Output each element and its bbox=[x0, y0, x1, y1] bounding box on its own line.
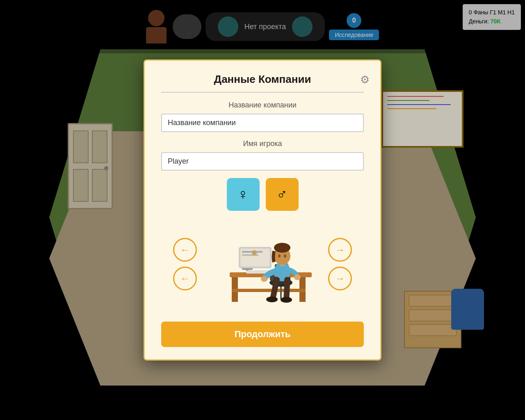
female-symbol: ♀ bbox=[237, 186, 249, 203]
svg-point-32 bbox=[281, 297, 292, 303]
gender-male-button[interactable]: ♂ bbox=[266, 178, 299, 211]
svg-point-24 bbox=[261, 276, 267, 282]
svg-rect-9 bbox=[242, 254, 258, 256]
svg-point-10 bbox=[252, 250, 257, 255]
nav-arrow-left-bottom[interactable]: ← bbox=[173, 267, 197, 290]
continue-button[interactable]: Продолжить bbox=[161, 322, 364, 347]
right-arrow-icon-bottom: → bbox=[335, 273, 345, 284]
svg-point-29 bbox=[278, 254, 281, 258]
company-name-input[interactable] bbox=[161, 114, 364, 132]
nav-arrow-left-top[interactable]: ← bbox=[173, 238, 197, 262]
left-arrow-icon-bottom: ← bbox=[180, 273, 190, 284]
gear-icon: ⚙ bbox=[360, 73, 370, 86]
left-arrow-icon-top: ← bbox=[180, 244, 190, 256]
svg-point-28 bbox=[274, 243, 290, 253]
nav-arrow-right-top[interactable]: → bbox=[328, 238, 352, 262]
gender-female-button[interactable]: ♀ bbox=[227, 178, 260, 211]
male-symbol: ♂ bbox=[276, 186, 288, 203]
character-svg bbox=[205, 219, 320, 309]
right-arrow-icon-top: → bbox=[335, 244, 345, 256]
right-arrows: → → bbox=[328, 238, 352, 290]
left-arrows: ← ← bbox=[173, 238, 197, 290]
svg-point-31 bbox=[266, 297, 278, 302]
settings-gear-button[interactable]: ⚙ bbox=[357, 72, 372, 87]
gender-row: ♀ ♂ bbox=[161, 178, 364, 211]
svg-point-30 bbox=[284, 254, 286, 258]
company-name-label: Название компании bbox=[161, 101, 364, 110]
svg-rect-3 bbox=[232, 289, 306, 292]
character-area: ← ← bbox=[161, 219, 364, 309]
modal-title: Данные Компании bbox=[161, 73, 364, 93]
svg-point-25 bbox=[294, 274, 301, 280]
modal-overlay: ⚙ Данные Компании Название компании Имя … bbox=[0, 0, 525, 420]
player-name-label: Имя игрока bbox=[161, 139, 364, 148]
nav-arrow-right-bottom[interactable]: → bbox=[328, 267, 352, 290]
company-data-modal: ⚙ Данные Компании Название компании Имя … bbox=[144, 59, 381, 361]
player-name-input[interactable] bbox=[161, 152, 364, 171]
character-illustration bbox=[205, 219, 320, 309]
